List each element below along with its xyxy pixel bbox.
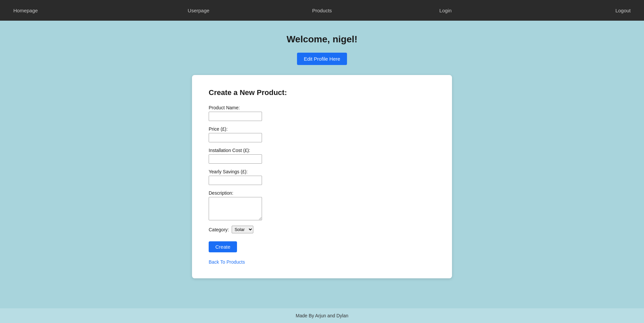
description-group: Description: <box>209 190 435 220</box>
footer-text: Made By Arjun and Dylan <box>296 313 348 318</box>
navbar: Homepage Userpage Products Login Logout <box>0 0 644 21</box>
yearly-savings-input[interactable] <box>209 176 262 185</box>
nav-userpage[interactable]: Userpage <box>137 8 260 13</box>
create-button[interactable]: Create <box>209 241 237 252</box>
product-name-label: Product Name: <box>209 105 435 110</box>
category-select[interactable]: Solar Wind Hydro Other <box>232 226 253 233</box>
price-input[interactable] <box>209 133 262 142</box>
installation-cost-group: Installation Cost (£): <box>209 148 435 164</box>
installation-cost-input[interactable] <box>209 154 262 164</box>
homepage-link[interactable]: Homepage <box>13 8 38 13</box>
welcome-title: Welcome, nigel! <box>287 34 358 45</box>
create-product-card: Create a New Product: Product Name: Pric… <box>192 75 452 278</box>
category-group: Category: Solar Wind Hydro Other <box>209 226 435 233</box>
installation-cost-label: Installation Cost (£): <box>209 148 435 153</box>
price-label: Price (£): <box>209 126 435 132</box>
yearly-savings-group: Yearly Savings (£): <box>209 169 435 185</box>
nav-login[interactable]: Login <box>384 8 507 13</box>
login-link[interactable]: Login <box>439 8 452 13</box>
logout-link[interactable]: Logout <box>615 8 631 13</box>
main-content: Welcome, nigel! Edit Profile Here Create… <box>0 21 644 308</box>
edit-profile-button[interactable]: Edit Profile Here <box>297 53 347 65</box>
description-textarea[interactable] <box>209 197 262 220</box>
product-name-input[interactable] <box>209 112 262 121</box>
price-group: Price (£): <box>209 126 435 142</box>
userpage-link[interactable]: Userpage <box>188 8 209 13</box>
nav-homepage[interactable]: Homepage <box>13 8 137 13</box>
footer: Made By Arjun and Dylan <box>0 308 644 323</box>
product-name-group: Product Name: <box>209 105 435 121</box>
yearly-savings-label: Yearly Savings (£): <box>209 169 435 174</box>
nav-products[interactable]: Products <box>260 8 384 13</box>
description-label: Description: <box>209 190 435 196</box>
category-label: Category: <box>209 227 229 232</box>
products-link[interactable]: Products <box>312 8 332 13</box>
form-title: Create a New Product: <box>209 88 435 97</box>
back-to-products-link[interactable]: Back To Products <box>209 259 245 265</box>
nav-logout[interactable]: Logout <box>507 8 631 13</box>
